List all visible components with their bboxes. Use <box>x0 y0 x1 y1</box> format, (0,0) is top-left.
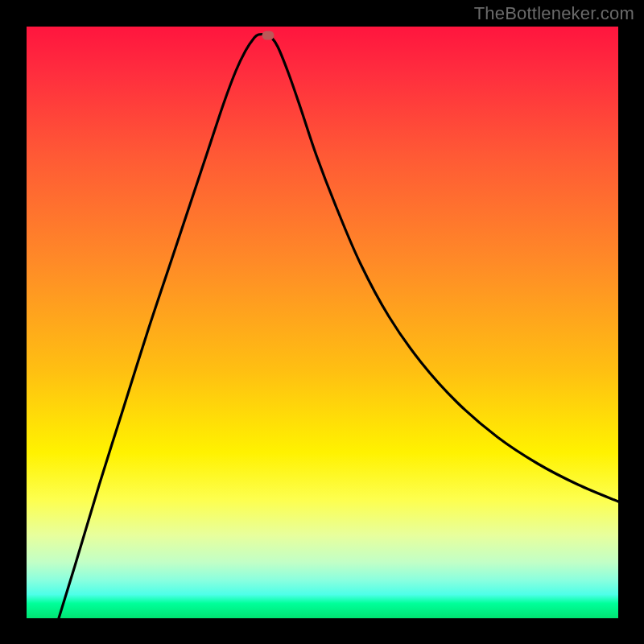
plot-area <box>27 27 618 618</box>
curve-layer <box>27 27 618 618</box>
bottleneck-curve <box>59 35 618 618</box>
optimal-marker <box>262 31 275 40</box>
watermark-text: TheBottleneker.com <box>474 3 634 24</box>
chart-frame: TheBottleneker.com <box>0 0 644 644</box>
